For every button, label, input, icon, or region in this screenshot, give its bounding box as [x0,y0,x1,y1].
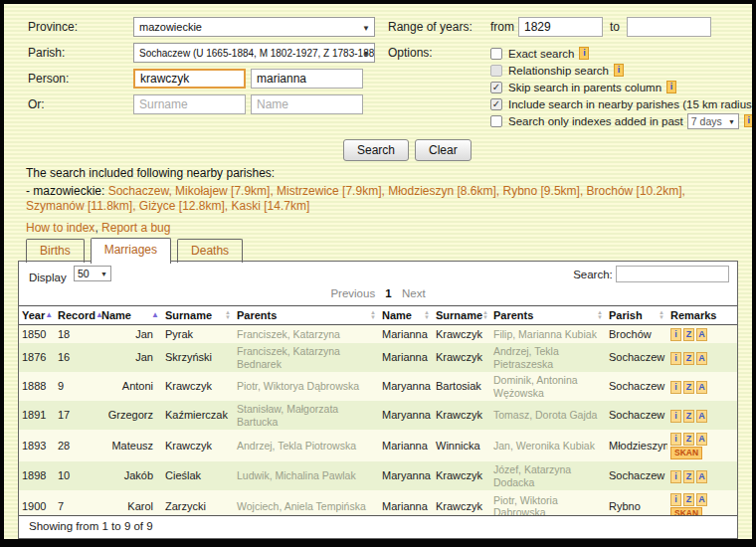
sort-icon: ▲▼ [370,310,376,320]
table-search-input[interactable] [616,266,729,282]
column-header-name[interactable]: Name▲ [98,306,162,325]
help-links: How to index, Report a bug [26,221,170,235]
or-surname-input[interactable] [133,94,246,114]
cell-year: 1876 [19,343,55,372]
column-header-parents[interactable]: Parents▲▼ [490,306,606,325]
column-header-label: Record [58,309,95,321]
cell-year: 1898 [19,461,55,490]
info-remark-icon[interactable]: i [670,433,681,446]
scan-link[interactable]: SKAN [670,447,702,459]
column-header-label: Parish [609,309,643,321]
column-header-label: Surname [165,309,212,321]
info-icon[interactable]: i [579,47,589,60]
table-row: 185018JanPyrakFranciszek, KatarzynaMaria… [19,325,737,344]
days-select[interactable]: 7 days▼ [687,113,739,129]
cell-bride-name: Marianna [379,430,433,461]
parish-link[interactable]: Sochaczew [108,184,169,198]
option-checkbox[interactable] [490,48,502,60]
table-row: 189117GrzegorzKaźmierczakStanisław, Małg… [19,401,737,430]
column-header-surname[interactable]: Surname▲▼ [162,306,234,325]
cell-bride-parents: Tomasz, Dorota Gajda [490,401,606,430]
options-list: Exact searchiRelationship searchi✓Skip s… [490,45,756,129]
region-label: - mazowieckie: [26,184,108,198]
source-z-icon[interactable]: Z [683,410,694,423]
option-label: Search only indexes added in past [508,115,683,127]
tab-marriages[interactable]: Marriages [91,238,171,264]
screenshot-frame: Province: Parish: Person: Or: mazowiecki… [0,0,756,547]
sort-down-icon: ▼ [597,315,603,320]
option-checkbox[interactable]: ✓ [490,82,502,93]
tab-births[interactable]: Births [26,239,85,263]
parish-link[interactable]: Mistrzewice [7.9km] [277,184,381,198]
source-z-icon[interactable]: Z [683,352,694,365]
source-z-icon[interactable]: Z [683,493,694,506]
cell-record: 17 [55,401,98,430]
year-to-input[interactable] [627,17,711,37]
source-a-icon[interactable]: A [696,470,707,483]
info-icon[interactable]: i [614,64,624,77]
parish-link[interactable]: Mikołajew [7.9km] [175,184,270,198]
parish-link[interactable]: Szymanów [11.8km] [26,199,132,213]
info-remark-icon[interactable]: i [670,493,681,506]
cell-record: 9 [55,372,98,401]
source-a-icon[interactable]: A [696,352,707,365]
source-a-icon[interactable]: A [696,381,707,394]
column-header-record[interactable]: Record▲ [55,306,98,325]
search-button[interactable]: Search [343,139,409,161]
source-a-icon[interactable]: A [696,493,707,506]
chevron-down-icon: ▼ [362,50,370,59]
column-header-surname[interactable]: Surname▲▼ [433,306,490,325]
info-remark-icon[interactable]: i [670,328,681,341]
cell-parish: Młodzieszyn [606,430,667,461]
clear-button[interactable]: Clear [415,139,472,161]
how-to-index-link[interactable]: How to index [26,221,94,235]
cell-groom-parents: Piotr, Wiktorya Dąbrowska [234,372,379,401]
source-z-icon[interactable]: Z [683,328,694,341]
info-icon[interactable]: i [744,114,754,127]
cell-remarks: iZA [667,325,737,344]
parish-label: Parish: [28,46,65,60]
display-select[interactable]: 50 ▼ [74,266,111,281]
parish-link[interactable]: Brochów [10.2km] [587,184,682,198]
column-header-parish[interactable]: Parish▲▼ [606,306,667,325]
option-checkbox[interactable] [490,65,502,77]
display-select-value: 50 [78,268,90,279]
parish-link[interactable]: Giżyce [12.8km] [139,199,225,213]
report-bug-link[interactable]: Report a bug [101,221,170,235]
parish-link[interactable]: Młodzieszyn [8.6km] [388,184,496,198]
info-remark-icon[interactable]: i [670,352,681,365]
pagination-next[interactable]: Next [402,287,426,299]
source-a-icon[interactable]: A [696,410,707,423]
tab-deaths[interactable]: Deaths [177,239,243,263]
province-select[interactable]: mazowieckie ▼ [133,17,375,37]
parish-select[interactable]: Sochaczew (U 1665-1884, M 1802-1927, Z 1… [133,43,375,63]
cell-bride-surname: Winnicka [433,430,490,461]
parish-link[interactable]: Rybno [9.5km] [503,184,580,198]
column-header-remarks[interactable]: Remarks [667,306,737,325]
or-name-input[interactable] [251,94,363,114]
cell-groom-name: Jakób [98,461,162,490]
person-surname-input[interactable] [133,69,246,89]
source-z-icon[interactable]: Z [683,470,694,483]
option-label: Exact search [508,48,574,60]
table-search-label: Search: [573,269,613,280]
year-from-input[interactable] [518,17,603,37]
cell-remarks: iZA [667,461,737,490]
info-icon[interactable]: i [666,81,676,93]
cell-bride-surname: Krawczyk [433,325,490,344]
pagination-previous[interactable]: Previous [330,287,375,299]
column-header-name[interactable]: Name▲▼ [379,306,433,325]
person-name-input[interactable] [251,69,363,89]
column-header-parents[interactable]: Parents▲▼ [234,306,379,325]
info-remark-icon[interactable]: i [670,410,681,423]
parish-link[interactable]: Kaski [14.7km] [232,199,310,213]
info-remark-icon[interactable]: i [670,470,681,483]
source-z-icon[interactable]: Z [683,433,694,446]
info-remark-icon[interactable]: i [670,381,681,394]
source-a-icon[interactable]: A [696,433,707,446]
source-a-icon[interactable]: A [696,328,707,341]
column-header-year[interactable]: Year▲ [19,306,55,325]
option-checkbox[interactable]: ✓ [490,98,502,110]
option-checkbox[interactable] [490,115,502,127]
source-z-icon[interactable]: Z [683,381,694,394]
